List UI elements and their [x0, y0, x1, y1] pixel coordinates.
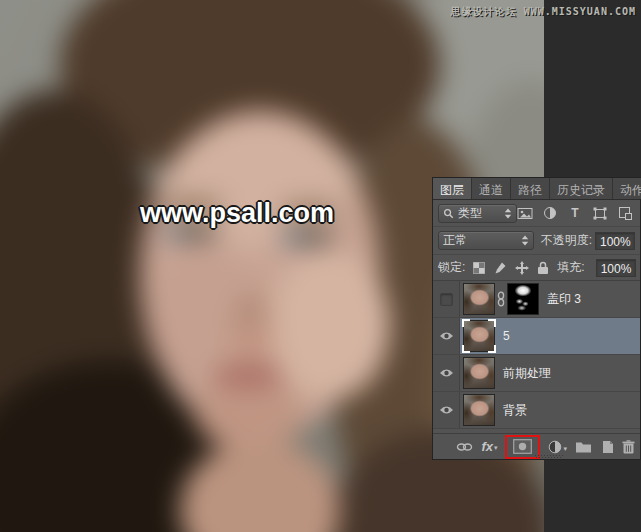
lock-all-icon[interactable]: [537, 261, 549, 275]
layer-row-background[interactable]: 背景: [433, 392, 640, 429]
tab-history[interactable]: 历史记录: [550, 178, 613, 199]
new-group-icon[interactable]: [575, 440, 592, 453]
shape-layer-filter-icon[interactable]: [592, 206, 608, 221]
layer-thumbnail[interactable]: [463, 320, 495, 352]
visibility-off-checkbox[interactable]: [440, 293, 453, 306]
layers-panel: 图层 通道 路径 历史记录 动作 类型 T: [432, 177, 641, 460]
link-layers-icon[interactable]: [456, 442, 473, 452]
layer-filter-row: 类型 T: [433, 200, 640, 227]
filter-kind-label: 类型: [458, 205, 482, 222]
search-icon: [443, 208, 454, 219]
layer-name[interactable]: 盖印 3: [547, 291, 581, 308]
lock-transparency-icon[interactable]: [473, 261, 485, 275]
adjustment-layer-filter-icon[interactable]: [542, 206, 558, 221]
layer-style-icon[interactable]: fx▾: [481, 440, 497, 453]
new-adjustment-layer-icon[interactable]: ▾: [548, 440, 567, 454]
filter-type-buttons: T: [517, 206, 635, 221]
eye-icon[interactable]: [439, 331, 454, 341]
lock-pixels-icon[interactable]: [493, 261, 507, 275]
blend-mode-value: 正常: [443, 232, 467, 249]
mask-link-icon[interactable]: [496, 291, 506, 307]
layer-row-stamp3[interactable]: 盖印 3: [433, 281, 640, 318]
selection-brackets: [462, 319, 496, 353]
layer-row-content[interactable]: 5: [460, 318, 640, 354]
new-layer-icon[interactable]: [600, 440, 614, 454]
missyuan-watermark: 思缘设计论坛 WWW.MISSYUAN.COM: [451, 5, 636, 19]
layers-list: 盖印 3 5: [433, 281, 640, 433]
blend-opacity-row: 正常 不透明度: 100%: [433, 227, 640, 255]
panel-resize-grip[interactable]: [535, 455, 563, 459]
layer-row-preprocess[interactable]: 前期处理: [433, 355, 640, 392]
fill-label: 填充:: [557, 259, 584, 276]
layer-row-content[interactable]: 背景: [460, 392, 640, 428]
add-layer-mask-icon[interactable]: [513, 439, 532, 454]
opacity-value-field[interactable]: 100%: [595, 232, 635, 250]
delete-layer-icon[interactable]: [622, 440, 635, 454]
dropdown-arrows-icon: [504, 208, 512, 219]
pixel-layer-filter-icon[interactable]: [517, 206, 533, 221]
layer-name[interactable]: 背景: [503, 402, 527, 419]
eye-icon[interactable]: [439, 405, 454, 415]
visibility-toggle[interactable]: [433, 392, 460, 428]
dropdown-arrows-icon: [521, 235, 529, 246]
smart-object-filter-icon[interactable]: [617, 206, 633, 221]
layer-name[interactable]: 5: [503, 329, 510, 343]
layer-row-5[interactable]: 5: [433, 318, 640, 355]
layer-thumbnail[interactable]: [463, 357, 495, 389]
psall-watermark: www.psall.com: [140, 198, 334, 229]
fill-value-field[interactable]: 100%: [596, 259, 636, 277]
lock-position-icon[interactable]: [515, 261, 529, 275]
filter-kind-dropdown[interactable]: 类型: [438, 204, 517, 223]
lock-label: 锁定:: [438, 259, 465, 276]
tab-channels[interactable]: 通道: [472, 178, 511, 199]
layers-panel-toolbar: fx▾ ▾: [433, 433, 640, 459]
layer-row-content[interactable]: 前期处理: [460, 355, 640, 391]
tab-actions[interactable]: 动作: [613, 178, 641, 199]
opacity-label: 不透明度:: [541, 232, 592, 249]
tab-paths[interactable]: 路径: [511, 178, 550, 199]
layer-mask-thumbnail[interactable]: [507, 283, 539, 315]
lock-fill-row: 锁定: 填充: 100%: [433, 255, 640, 281]
tab-layers[interactable]: 图层: [433, 178, 472, 199]
eye-icon[interactable]: [439, 368, 454, 378]
layer-thumbnail[interactable]: [463, 283, 495, 315]
visibility-toggle[interactable]: [433, 318, 460, 354]
type-layer-filter-icon[interactable]: T: [567, 206, 583, 221]
visibility-toggle[interactable]: [433, 281, 460, 317]
blend-mode-dropdown[interactable]: 正常: [438, 231, 534, 250]
layer-row-content[interactable]: 盖印 3: [460, 281, 640, 317]
visibility-toggle[interactable]: [433, 355, 460, 391]
layer-thumbnail[interactable]: [463, 394, 495, 426]
layer-name[interactable]: 前期处理: [503, 365, 551, 382]
panel-tab-bar: 图层 通道 路径 历史记录 动作: [433, 178, 640, 200]
